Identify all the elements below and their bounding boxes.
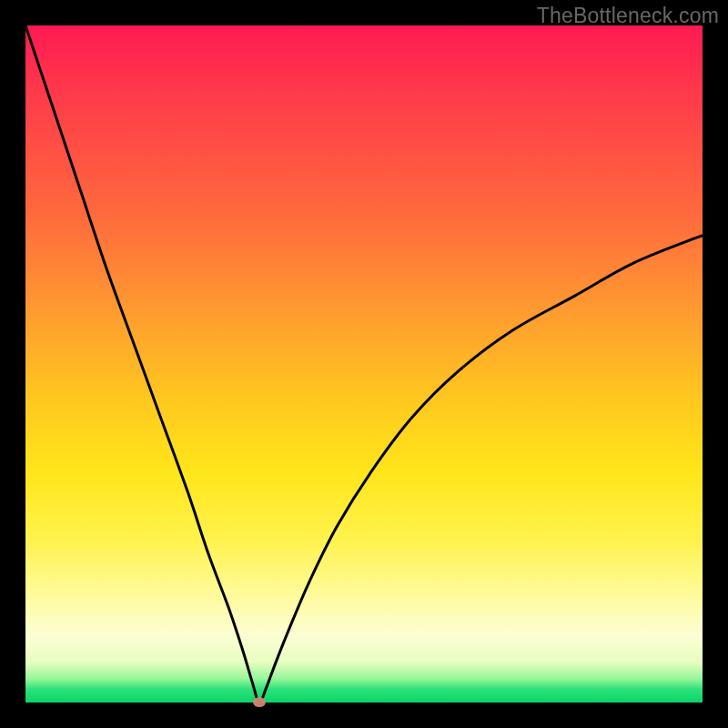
- watermark-text: TheBottleneck.com: [537, 4, 719, 28]
- vertex-marker: [253, 697, 266, 707]
- chart-frame: TheBottleneck.com: [0, 0, 728, 728]
- bottleneck-curve: [25, 25, 703, 703]
- plot-area: [25, 25, 703, 703]
- curve-svg: [25, 25, 703, 703]
